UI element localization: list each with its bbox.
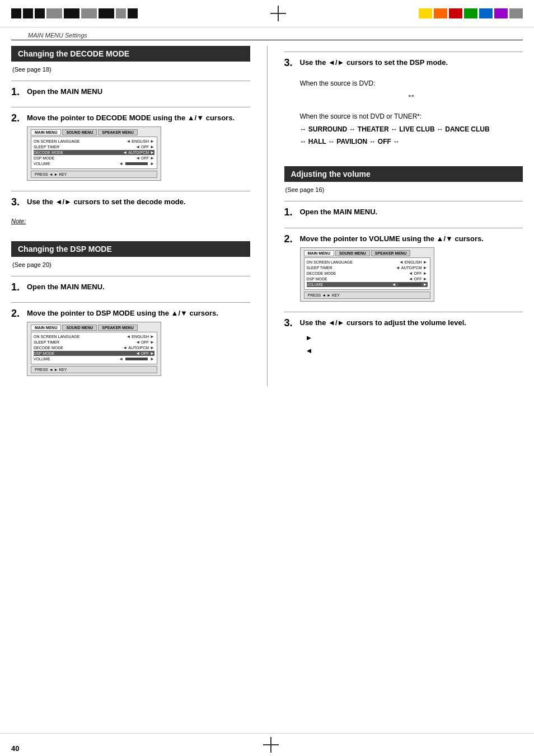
dsp-step1: 1. Open the MAIN MENU.	[11, 282, 250, 295]
dsp-step1-text: Open the MAIN MENU.	[27, 282, 250, 292]
volume-step1: 1. Open the MAIN MENU.	[284, 207, 523, 220]
top-bar-left-blocks	[11, 8, 138, 18]
volume-see-page: (See page 16)	[284, 186, 523, 193]
volume-step3-text: Use the ◄/► cursors to adjust the volume…	[300, 318, 523, 328]
volume-menu-screenshot: MAIN MENU SOUND MENU SPEAKER MENU ON SCR…	[300, 247, 434, 302]
volume-arrows: ► ◄	[306, 331, 523, 358]
dsp-menu-screenshot: MAIN MENU SOUND MENU SPEAKER MENU ON SCR…	[27, 322, 161, 376]
divider-5	[11, 302, 250, 303]
divider-r1	[284, 51, 523, 52]
divider-2	[11, 107, 250, 107]
divider-r3	[284, 228, 523, 228]
decode-mode-header: Changing the DECODE MODE	[11, 46, 250, 62]
decode-see-page: (See page 18)	[11, 66, 250, 73]
dsp-see-page: (See page 20)	[11, 261, 250, 268]
dsp-mode-header: Changing the DSP MODE	[11, 241, 250, 257]
vol-decrease-arrow: ◄	[306, 344, 523, 357]
dvd-label: When the source is DVD:	[300, 79, 523, 87]
page-number: 40	[11, 744, 19, 753]
top-crosshair	[138, 6, 419, 21]
divider-r2	[284, 201, 523, 201]
volume-step1-text: Open the MAIN MENU.	[300, 207, 523, 217]
dsp-step3-text: Use the ◄/► cursors to set the DSP mode.	[300, 58, 523, 68]
column-separator	[267, 46, 268, 386]
decode-note: Note:	[11, 218, 250, 224]
decode-menu-screenshot: MAIN MENU SOUND MENU SPEAKER MENU ON SCR…	[27, 126, 161, 181]
decode-step3-text: Use the ◄/► cursors to set the decode mo…	[27, 197, 250, 207]
dvd-arrow: ↔	[300, 91, 523, 101]
divider-4	[11, 276, 250, 276]
divider-1	[11, 81, 250, 81]
dsp-step2-text: Move the pointer to DSP MODE using the ▲…	[27, 308, 250, 318]
page-header-text: MAIN MENU Settings	[28, 32, 87, 39]
decode-step3: 3. Use the ◄/► cursors to set the decode…	[11, 197, 250, 210]
left-column: Changing the DECODE MODE (See page 18) 1…	[11, 46, 250, 386]
decode-step2-text: Move the pointer to DECODE MODE using th…	[27, 113, 250, 123]
dsp-modes-list: ↔ SURROUND ↔ THEATER ↔ LIVE CLUB ↔ DANCE…	[300, 124, 523, 148]
decode-step1-text: Open the MAIN MENU	[27, 87, 250, 97]
decode-step2: 2. Move the pointer to DECODE MODE using…	[11, 113, 250, 184]
main-content: Changing the DECODE MODE (See page 18) 1…	[0, 46, 534, 386]
dsp-step3: 3. Use the ◄/► cursors to set the DSP mo…	[284, 58, 523, 151]
bottom-bar: 40	[0, 733, 534, 756]
volume-step2: 2. Move the pointer to VOLUME using the …	[284, 234, 523, 305]
top-bar	[0, 0, 534, 27]
volume-step3: 3. Use the ◄/► cursors to adjust the vol…	[284, 318, 523, 358]
bottom-left-corner: 40	[11, 744, 19, 753]
top-bar-right-blocks	[419, 8, 523, 18]
volume-step2-text: Move the pointer to VOLUME using the ▲/▼…	[300, 234, 523, 244]
page-header: MAIN MENU Settings	[11, 30, 523, 40]
decode-step1: 1. Open the MAIN MENU	[11, 87, 250, 100]
divider-3	[11, 191, 250, 191]
divider-r4	[284, 312, 523, 312]
vol-increase-arrow: ►	[306, 331, 523, 344]
right-column: 3. Use the ◄/► cursors to set the DSP mo…	[284, 46, 523, 386]
not-dvd-label: When the source is not DVD or TUNER*:	[300, 112, 523, 120]
volume-header: Adjusting the volume	[284, 166, 523, 182]
dsp-step2: 2. Move the pointer to DSP MODE using th…	[11, 308, 250, 379]
bottom-crosshair	[263, 737, 279, 753]
